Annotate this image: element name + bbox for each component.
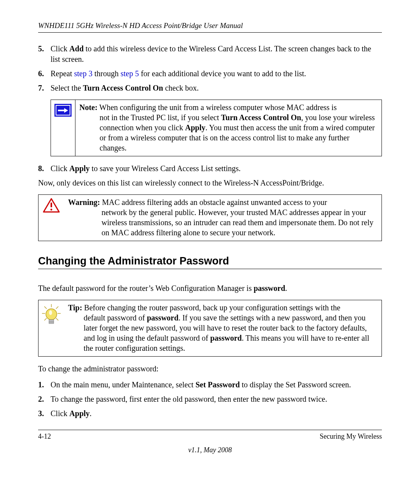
step-c3: 3. Click Apply. [38, 408, 382, 419]
tip-bold1: password [147, 313, 178, 322]
step-number: 7. [38, 83, 44, 93]
paragraph-now-only: Now, only devices on this list can wirel… [38, 178, 382, 188]
section-intro: The default password for the router’s We… [38, 283, 382, 294]
tip-firstline: Before changing the router password, bac… [82, 303, 340, 312]
intro-pre: The default password for the router’s We… [38, 284, 254, 292]
note-text: Note: When configuring the unit from a w… [75, 100, 382, 156]
section-heading: Changing the Administrator Password [38, 255, 382, 269]
footer-page-number: 4-12 [38, 432, 51, 441]
warning-text: Warning: MAC address filtering adds an o… [64, 195, 382, 241]
tip-bold2: password [210, 334, 242, 342]
note-label: Note: [79, 103, 98, 112]
step-text: Select the [51, 84, 83, 92]
step-number: 2. [38, 394, 44, 404]
note-bold1: Turn Access Control On [221, 113, 301, 122]
bold-apply: Apply [69, 164, 89, 173]
step-number: 1. [38, 380, 44, 390]
step-8: 8. Click Apply to save your Wireless Car… [38, 163, 382, 174]
svg-line-3 [44, 306, 47, 309]
step-text: Repeat [51, 69, 74, 78]
step-text-post: check box. [163, 84, 199, 92]
intro-bold: password [254, 284, 285, 292]
svg-line-4 [56, 306, 58, 309]
step-c2: 2. To change the password, first enter t… [38, 394, 382, 404]
note-icon-cell [51, 100, 75, 156]
manual-page: WNHDE111 5GHz Wireless-N HD Access Point… [0, 0, 420, 504]
step-number: 8. [38, 163, 44, 174]
step-text-post: for each additional device you want to a… [139, 69, 306, 78]
step-list-b: 8. Click Apply to save your Wireless Car… [38, 163, 382, 174]
note-arrow-icon [54, 104, 72, 117]
tip-icon-cell [38, 300, 64, 356]
note-body-pre: not in the Trusted PC list, if you selec… [100, 113, 221, 122]
note-callout: Note: When configuring the unit from a w… [51, 100, 382, 156]
intro-post: . [285, 284, 287, 292]
step-6: 6. Repeat step 3 through step 5 for each… [38, 68, 382, 79]
svg-rect-12 [49, 322, 54, 324]
step-number: 6. [38, 68, 44, 79]
warning-callout: Warning: MAC address filtering adds an o… [38, 194, 382, 241]
step-text-post: . [90, 409, 92, 418]
step-text: Click [51, 409, 69, 418]
tip-body-pre: default password of [84, 313, 147, 322]
page-footer: 4-12 Securing My Wireless [38, 430, 382, 441]
warning-label: Warning: [68, 198, 100, 206]
bold-apply: Apply [69, 409, 89, 418]
note-firstline: When configuring the unit from a wireles… [98, 103, 337, 112]
running-header: WNHDE111 5GHz Wireless-N HD Access Point… [38, 21, 382, 33]
step-number: 3. [38, 408, 44, 419]
svg-line-7 [44, 318, 47, 320]
svg-rect-0 [51, 203, 52, 207]
step-text-post: to save your Wireless Card Access List s… [90, 164, 241, 173]
step-text: Click [51, 164, 69, 173]
warning-firstline: MAC address filtering adds an obstacle a… [100, 198, 327, 206]
step-text: On the main menu, under Maintenance, sel… [51, 380, 196, 389]
step-text-post: to add this wireless device to the Wirel… [51, 44, 371, 63]
step-number: 5. [38, 44, 44, 54]
tip-text: Tip: Before changing the router password… [64, 300, 382, 356]
svg-point-1 [51, 209, 52, 211]
step-c1: 1. On the main menu, under Maintenance, … [38, 380, 382, 390]
link-step5[interactable]: step 5 [121, 69, 139, 78]
link-step3[interactable]: step 3 [74, 69, 93, 78]
svg-line-8 [56, 318, 58, 320]
bold-set-password: Set Password [196, 380, 240, 389]
step-list-c: 1. On the main menu, under Maintenance, … [38, 380, 382, 419]
step-text-post: to display the Set Password screen. [240, 380, 351, 389]
step-list-a: 5. Click Add to add this wireless device… [38, 44, 382, 93]
step-mid: through [93, 69, 121, 78]
arrow-right-icon [58, 108, 68, 113]
tip-callout: Tip: Before changing the router password… [38, 300, 382, 357]
bold-turn-access: Turn Access Control On [83, 84, 163, 92]
footer-section-title: Securing My Wireless [320, 432, 382, 441]
svg-rect-11 [49, 320, 54, 322]
warning-body: network by the general public. However, … [68, 207, 378, 238]
lightbulb-tip-icon [40, 303, 62, 328]
warning-icon-cell [38, 195, 64, 241]
tip-label: Tip: [68, 303, 82, 312]
footer-version: v1.1, May 2008 [38, 446, 382, 454]
note-bold2: Apply [185, 123, 205, 132]
step-text: To change the password, first enter the … [51, 395, 327, 403]
step-text: Click [51, 44, 69, 53]
step-7: 7. Select the Turn Access Control On che… [38, 83, 382, 93]
paragraph-to-change: To change the administrator password: [38, 364, 382, 374]
step-5: 5. Click Add to add this wireless device… [38, 44, 382, 65]
bold-add: Add [69, 44, 84, 53]
svg-point-10 [49, 310, 52, 315]
warning-triangle-icon [43, 198, 60, 214]
